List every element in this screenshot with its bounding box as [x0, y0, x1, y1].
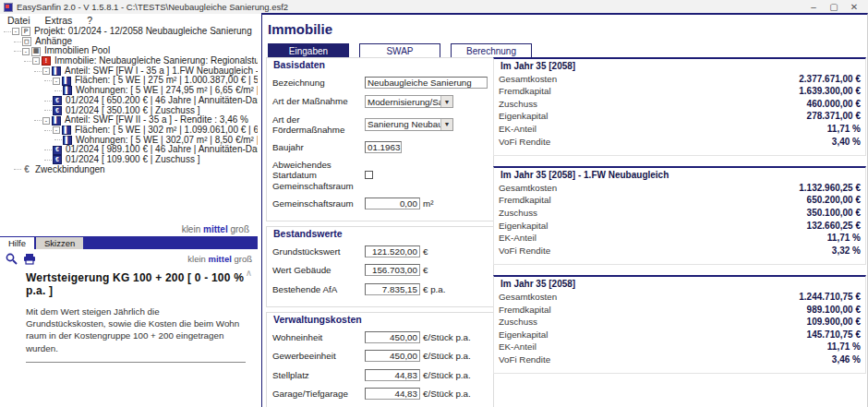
number-input[interactable]: 121.520,00	[365, 245, 420, 257]
result-block: Im Jahr 35 [2058] - 1.FW NeubaugleichGes…	[493, 166, 866, 265]
flaechen-icon: ▌	[62, 77, 71, 86]
tree-item-flaechen[interactable]: -▌Flächen: [ 5 WE | 302 m² | 1.099.061,0…	[0, 126, 258, 136]
size-gross-link[interactable]: groß	[230, 224, 249, 234]
result-value: 460.000,00 €	[807, 99, 861, 109]
chevron-down-icon[interactable]: ▼	[440, 119, 452, 130]
result-row: VoFi Rendite3,40 %	[499, 137, 861, 147]
result-row: EK-Anteil11,71 %	[499, 124, 861, 134]
field-label: Art der Maßnahme	[272, 96, 365, 106]
result-label: EK-Anteil	[499, 341, 536, 352]
tree-item-label: Flächen: [ 5 WE | 302 m² | 1.099.061,00 …	[74, 126, 258, 136]
tree-expander[interactable]: -	[42, 67, 50, 75]
help-panel: Hilfe Skizzen klein mittel groß Wertstei…	[0, 236, 258, 407]
chevron-down-icon[interactable]: ▼	[440, 96, 452, 107]
result-label: Zuschuss	[499, 99, 537, 109]
size-mittel-link[interactable]: mittel	[203, 224, 228, 234]
tree-connector	[44, 130, 52, 131]
field-unit: €	[423, 265, 428, 275]
view-buttons: EingabenSWAPBerechnung	[268, 43, 867, 58]
result-row: EK-Anteil11,71 %	[499, 233, 861, 243]
result-label: Gesamtkosten	[499, 292, 557, 302]
anteil-icon: ▌	[52, 116, 61, 126]
tab-skizzen[interactable]: Skizzen	[36, 237, 83, 249]
field-unit: m²	[423, 198, 433, 209]
close-button[interactable]: ✕	[844, 2, 864, 12]
app-icon	[4, 3, 13, 12]
anteil-icon: ▌	[52, 66, 61, 76]
berechnung-button[interactable]: Berechnung	[451, 43, 532, 58]
swap-button[interactable]: SWAP	[359, 43, 440, 58]
result-value: 109.900,00 €	[807, 317, 861, 327]
darlehen-icon: €	[53, 96, 62, 105]
minimize-button[interactable]: –	[803, 2, 824, 12]
tree-expander[interactable]: -	[12, 28, 19, 35]
tree-item-anhaenge[interactable]: ◻Anhänge	[0, 37, 258, 47]
result-value: 3,46 %	[832, 354, 861, 365]
text-input[interactable]: Neubaugleiche Sanierung	[365, 77, 488, 89]
dropdown-select[interactable]: Sanierung Neubaugleich▼	[365, 118, 453, 131]
menu-help[interactable]: ?	[79, 15, 100, 26]
result-row: Fremdkapital989.100,00 €	[499, 305, 861, 315]
immobilie-icon: !	[42, 56, 51, 66]
menu-extras[interactable]: Extras	[38, 15, 80, 26]
menu-datei[interactable]: Datei	[0, 15, 38, 26]
section-verwaltungskosten: VerwaltungskostenWohneinheit450,00€/Stüc…	[266, 312, 494, 407]
number-input[interactable]: 44,83	[365, 369, 420, 381]
zoom-icon[interactable]	[6, 253, 18, 265]
tree-connector	[24, 61, 31, 62]
result-row: Fremdkapital1.639.300,00 €	[499, 86, 861, 96]
scroll-up-icon[interactable]: ∧	[246, 268, 252, 278]
result-value: 350.100,00 €	[807, 208, 861, 218]
result-block-title: Im Jahr 35 [2058] - 1.FW Neubaugleich	[500, 170, 861, 180]
section-bestandswerte: BestandswerteGrundstückswert121.520,00€W…	[266, 226, 494, 307]
result-value: 11,71 %	[827, 233, 861, 243]
result-value: 1.639.300,00 €	[799, 86, 861, 96]
tree-expander[interactable]: -	[53, 78, 60, 85]
eingaben-button[interactable]: Eingaben	[268, 43, 349, 58]
result-label: VoFi Rendite	[499, 137, 550, 147]
number-input[interactable]: 0,00	[365, 198, 420, 209]
tree-expander[interactable]: -	[42, 117, 50, 125]
size-klein-link[interactable]: klein	[182, 224, 201, 234]
number-input[interactable]: 7.835,15	[365, 283, 420, 295]
maximize-button[interactable]: ▢	[824, 2, 844, 12]
result-row: Fremdkapital650.200,00 €	[499, 195, 861, 205]
number-input[interactable]: 450,00	[365, 350, 420, 362]
tree-expander[interactable]: -	[32, 57, 40, 65]
help-size-gross-link[interactable]: groß	[234, 254, 252, 264]
tab-hilfe[interactable]: Hilfe	[0, 237, 34, 249]
help-toolbar: klein mittel groß	[0, 249, 258, 266]
result-label: Fremdkapital	[499, 195, 551, 205]
field-label: Gemeinschaftsraum	[272, 198, 365, 209]
tree-item-zweckbindungen[interactable]: €Zweckbindungen	[0, 165, 258, 175]
tree-item-darlehen[interactable]: €01/2024 [ 650.200 € | 46 Jahre | Annuit…	[0, 96, 258, 106]
tree-expander[interactable]: -	[53, 126, 60, 134]
number-input[interactable]: 44,83	[365, 388, 420, 400]
immobilien-pool-icon: ▦	[31, 47, 41, 56]
field-unit: € p.a.	[423, 284, 446, 294]
page-title: Immobilie	[268, 21, 867, 37]
field-label: Bezeichnung	[272, 78, 365, 88]
field-label: Bestehende AfA	[272, 284, 365, 294]
field-label: Art der Fördermaßnahme	[272, 114, 365, 136]
result-block: Im Jahr 35 [2058]Gesamtkosten2.377.671,0…	[493, 57, 866, 156]
help-size-mittel-link[interactable]: mittel	[208, 254, 231, 264]
help-title: Wertsteigerung KG 100 + 200 [ 0 - 100 % …	[26, 271, 248, 297]
field-label: Wert Gebäude	[272, 265, 365, 275]
zuschuss-icon: €	[53, 106, 62, 115]
field-label: Stellplatz	[272, 370, 365, 380]
text-input[interactable]: 01.1963	[365, 141, 402, 153]
result-value: 145.710,75 €	[807, 329, 861, 340]
number-input[interactable]: 450,00	[365, 331, 420, 343]
dropdown-select[interactable]: Modernisierung/Sanierung▼	[365, 95, 453, 108]
field-label: Abweichendes Startdatum Gemeinschaftsrau…	[272, 160, 365, 191]
tree-expander[interactable]: -	[22, 48, 30, 55]
field-unit: €/Stück p.a.	[423, 351, 471, 361]
checkbox[interactable]	[365, 171, 373, 179]
immobilie-panel: Immobilie EingabenSWAPBerechnung Basisda…	[261, 13, 868, 407]
project-tree: -PProjekt: 01/2024 - 12/2058 Neubaugleic…	[0, 27, 258, 224]
help-size-klein-link[interactable]: klein	[187, 254, 206, 264]
number-input[interactable]: 156.703,00	[365, 264, 420, 276]
result-row: Eigenkapital278.371,00 €	[499, 111, 861, 121]
print-icon[interactable]	[23, 253, 36, 265]
